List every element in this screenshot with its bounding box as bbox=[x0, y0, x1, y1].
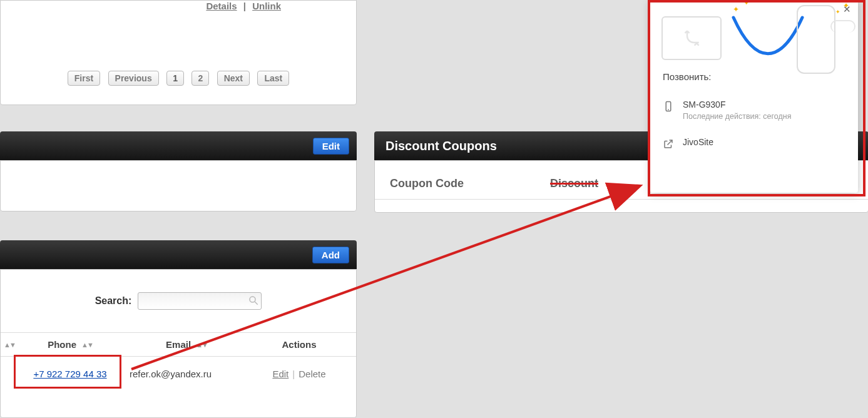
pager-page-1-button[interactable]: 1 bbox=[166, 71, 184, 86]
panel-mid-header: Edit bbox=[0, 131, 357, 160]
cloud-icon bbox=[830, 20, 855, 33]
search-row: Search: bbox=[1, 292, 356, 310]
pager-previous-button[interactable]: Previous bbox=[108, 71, 159, 86]
row-edit-link[interactable]: Edit bbox=[272, 369, 288, 379]
sort-icon: ▲▼ bbox=[196, 341, 207, 349]
pager-last-button[interactable]: Last bbox=[257, 71, 289, 86]
phone-link[interactable]: +7 922 729 44 33 bbox=[33, 369, 106, 379]
sparkle-icon: ✦ bbox=[835, 9, 840, 15]
svg-line-1 bbox=[255, 302, 258, 305]
grid-header-phone[interactable]: Phone▲▼ bbox=[13, 333, 127, 356]
email-cell: refer.ok@yandex.ru bbox=[130, 369, 212, 379]
grid-header-email[interactable]: Email▲▼ bbox=[127, 333, 246, 356]
add-button[interactable]: Add bbox=[312, 247, 349, 263]
table-row: +7 922 729 44 33 refer.ok@yandex.ru Edit… bbox=[1, 362, 356, 385]
search-label: Search: bbox=[95, 295, 132, 307]
coupons-title: Discount Coupons bbox=[385, 139, 497, 153]
panel-bot-header: Add bbox=[0, 240, 357, 269]
phone-outline-icon bbox=[797, 5, 835, 74]
discount-header: Discount bbox=[538, 177, 663, 190]
separator: | bbox=[243, 1, 246, 11]
call-popup: ✕ ✦ ✦ ✦ ✦ Позвонить: SM-G930F Последние … bbox=[650, 0, 858, 193]
external-link-icon bbox=[663, 138, 674, 150]
curve-icon bbox=[730, 6, 805, 63]
coupon-code-header: Coupon Code bbox=[375, 177, 538, 190]
popup-app-item[interactable]: JivoSite bbox=[663, 131, 845, 160]
popup-illustration: ✦ ✦ ✦ ✦ bbox=[650, 0, 858, 63]
svg-point-0 bbox=[250, 297, 255, 302]
sparkle-icon: ✦ bbox=[843, 1, 849, 10]
unlink-link[interactable]: Unlink bbox=[252, 1, 281, 11]
sort-icon: ▲▼ bbox=[81, 341, 93, 349]
sparkle-icon: ✦ bbox=[744, 0, 749, 6]
device-subtitle: Последние действия: сегодня bbox=[683, 112, 791, 121]
popup-device-item[interactable]: SM-G930F Последние действия: сегодня bbox=[663, 93, 845, 131]
row-delete-link[interactable]: Delete bbox=[299, 369, 325, 379]
edit-button[interactable]: Edit bbox=[313, 138, 349, 155]
separator: | bbox=[292, 369, 295, 379]
smartphone-icon bbox=[663, 101, 674, 112]
grid-header: ▲▼ Phone▲▼ Email▲▼ Actions bbox=[1, 332, 356, 357]
pager-first-button[interactable]: First bbox=[68, 71, 100, 86]
app-name: JivoSite bbox=[683, 137, 713, 147]
pager-page-2-button[interactable]: 2 bbox=[191, 71, 209, 86]
pager-next-button[interactable]: Next bbox=[217, 71, 250, 86]
monitor-icon bbox=[661, 16, 722, 60]
search-icon[interactable] bbox=[248, 295, 259, 306]
device-name: SM-G930F bbox=[683, 99, 791, 110]
panel-mid-body bbox=[0, 160, 357, 212]
details-link[interactable]: Details bbox=[206, 1, 237, 11]
grid-header-actions: Actions bbox=[246, 333, 352, 356]
grid-sort-leading[interactable]: ▲▼ bbox=[1, 333, 13, 356]
search-input[interactable] bbox=[138, 292, 262, 310]
pager: First Previous 1 2 Next Last bbox=[1, 71, 356, 86]
top-panel: Details | Unlink First Previous 1 2 Next… bbox=[0, 0, 357, 105]
top-action-links: Details | Unlink bbox=[206, 1, 281, 11]
panel-bot-body: Search: ▲▼ Phone▲▼ Email▲▼ Actions +7 92… bbox=[0, 269, 357, 418]
